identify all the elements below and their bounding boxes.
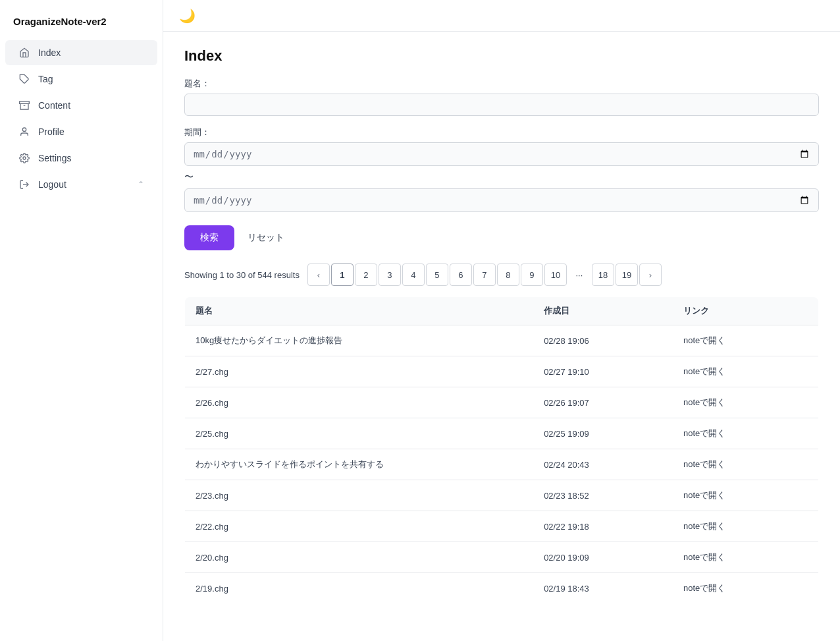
page-prev-button[interactable]: ‹ (307, 264, 330, 286)
table-cell-link[interactable]: noteで開く (673, 480, 819, 511)
table-cell-date: 02/24 20:43 (533, 449, 673, 480)
table-header-row: 題名 作成日 リンク (185, 297, 819, 325)
chevron-down-icon: ⌃ (138, 180, 144, 189)
table-cell-date: 02/28 19:06 (533, 325, 673, 356)
home-icon (18, 47, 30, 59)
page-2-button[interactable]: 2 (355, 264, 377, 286)
table-cell-link[interactable]: noteで開く (673, 325, 819, 356)
sidebar-item-tag[interactable]: Tag (5, 67, 157, 92)
table-row: 2/25.chg02/25 19:09noteで開く (185, 418, 819, 449)
page-6-button[interactable]: 6 (450, 264, 472, 286)
page-content: Index 題名： 期間： 〜 検索 リセット Showing 1 to 30 … (163, 32, 840, 641)
table-cell-link[interactable]: noteで開く (673, 356, 819, 387)
table-row: 10kg痩せたからダイエットの進捗報告02/28 19:06noteで開く (185, 325, 819, 356)
pagination: ‹ 1 2 3 4 5 6 7 8 9 10 ··· 18 19 › (307, 264, 662, 286)
sidebar: OraganizeNote-ver2 Index Tag Content Pro… (0, 0, 163, 641)
table-cell-date: 02/20 19:09 (533, 542, 673, 573)
tag-icon (18, 73, 30, 85)
table-body: 10kg痩せたからダイエットの進捗報告02/28 19:06noteで開く2/2… (185, 325, 819, 604)
table-cell-date: 02/22 19:18 (533, 511, 673, 542)
sidebar-label-profile: Profile (38, 126, 144, 137)
dark-mode-icon[interactable]: 🌙 (179, 8, 196, 24)
sidebar-label-index: Index (38, 47, 144, 58)
col-header-title: 題名 (185, 297, 534, 325)
table-cell-link[interactable]: noteで開く (673, 511, 819, 542)
logout-icon (18, 179, 30, 190)
table-cell-date: 02/23 18:52 (533, 480, 673, 511)
reset-button[interactable]: リセット (245, 225, 287, 250)
page-5-button[interactable]: 5 (426, 264, 448, 286)
page-9-button[interactable]: 9 (521, 264, 543, 286)
title-search-row: 題名： (184, 78, 819, 116)
topbar: 🌙 (163, 0, 840, 32)
page-3-button[interactable]: 3 (379, 264, 401, 286)
sidebar-label-logout: Logout (38, 179, 130, 190)
page-10-button[interactable]: 10 (544, 264, 567, 286)
main-content: 🌙 Index 題名： 期間： 〜 検索 リセット Showing 1 to 3… (163, 0, 840, 641)
table-cell-date: 02/27 19:10 (533, 356, 673, 387)
page-18-button[interactable]: 18 (592, 264, 614, 286)
table-cell-link[interactable]: noteで開く (673, 387, 819, 418)
table-row: 2/26.chg02/26 19:07noteで開く (185, 387, 819, 418)
results-table: 題名 作成日 リンク 10kg痩せたからダイエットの進捗報告02/28 19:0… (184, 296, 819, 604)
date-from-input[interactable] (184, 142, 819, 166)
table-row: 2/19.chg02/19 18:43noteで開く (185, 573, 819, 604)
table-cell-link[interactable]: noteで開く (673, 449, 819, 480)
archive-icon (18, 99, 30, 111)
table-row: 2/27.chg02/27 19:10noteで開く (185, 356, 819, 387)
sidebar-item-settings[interactable]: Settings (5, 146, 157, 171)
table-cell-title: 10kg痩せたからダイエットの進捗報告 (185, 325, 534, 356)
svg-point-3 (22, 128, 26, 131)
page-8-button[interactable]: 8 (497, 264, 519, 286)
table-cell-title: 2/22.chg (185, 511, 534, 542)
table-cell-title: 2/20.chg (185, 542, 534, 573)
page-1-button[interactable]: 1 (331, 264, 354, 286)
date-separator: 〜 (184, 170, 819, 184)
table-cell-title: 2/25.chg (185, 418, 534, 449)
sidebar-label-tag: Tag (38, 74, 144, 84)
sidebar-label-content: Content (38, 100, 144, 111)
table-cell-title: 2/23.chg (185, 480, 534, 511)
table-cell-date: 02/19 18:43 (533, 573, 673, 604)
result-count: Showing 1 to 30 of 544 results (184, 270, 300, 280)
table-cell-date: 02/26 19:07 (533, 387, 673, 418)
table-cell-link[interactable]: noteで開く (673, 418, 819, 449)
sidebar-item-content[interactable]: Content (5, 93, 157, 118)
page-next-button[interactable]: › (639, 264, 662, 286)
table-cell-date: 02/25 19:09 (533, 418, 673, 449)
sidebar-label-settings: Settings (38, 153, 144, 163)
table-cell-link[interactable]: noteで開く (673, 573, 819, 604)
table-cell-title: わかりやすいスライドを作るポイントを共有する (185, 449, 534, 480)
table-cell-title: 2/26.chg (185, 387, 534, 418)
table-cell-title: 2/19.chg (185, 573, 534, 604)
table-row: 2/22.chg02/22 19:18noteで開く (185, 511, 819, 542)
sidebar-nav: Index Tag Content Profile Settings (0, 40, 163, 630)
title-label: 題名： (184, 78, 819, 90)
table-row: 2/23.chg02/23 18:52noteで開く (185, 480, 819, 511)
page-19-button[interactable]: 19 (616, 264, 638, 286)
pagination-row: Showing 1 to 30 of 544 results ‹ 1 2 3 4… (184, 264, 819, 286)
sidebar-item-logout[interactable]: Logout ⌃ (5, 172, 157, 197)
page-7-button[interactable]: 7 (473, 264, 496, 286)
svg-rect-1 (20, 101, 30, 103)
period-label: 期間： (184, 126, 819, 138)
date-range: 〜 (184, 142, 819, 212)
date-to-input[interactable] (184, 188, 819, 212)
table-cell-link[interactable]: noteで開く (673, 542, 819, 573)
title-input[interactable] (184, 94, 819, 116)
search-button[interactable]: 検索 (184, 225, 234, 250)
table-head: 題名 作成日 リンク (185, 297, 819, 325)
col-header-date: 作成日 (533, 297, 673, 325)
page-title: Index (184, 47, 819, 65)
table-row: 2/20.chg02/20 19:09noteで開く (185, 542, 819, 573)
page-4-button[interactable]: 4 (402, 264, 425, 286)
button-row: 検索 リセット (184, 225, 819, 250)
user-icon (18, 126, 30, 138)
svg-point-4 (23, 157, 26, 159)
period-row: 期間： 〜 (184, 126, 819, 212)
sidebar-item-index[interactable]: Index (5, 40, 157, 65)
sidebar-item-profile[interactable]: Profile (5, 119, 157, 144)
app-title: OraganizeNote-ver2 (0, 11, 163, 40)
table-row: わかりやすいスライドを作るポイントを共有する02/24 20:43noteで開く (185, 449, 819, 480)
col-header-link: リンク (673, 297, 819, 325)
